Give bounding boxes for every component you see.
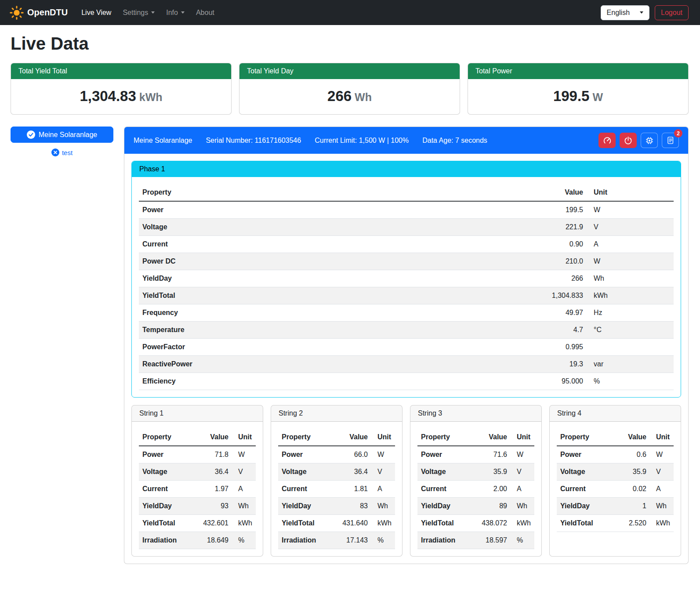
power-icon: [624, 136, 632, 145]
unit-cell: °C: [587, 322, 674, 339]
language-select[interactable]: English: [601, 5, 649, 20]
value-cell: 36.4: [197, 463, 232, 481]
logout-button[interactable]: Logout: [655, 5, 689, 20]
property-cell: Irradiation: [278, 532, 336, 549]
string-title: String 2: [271, 405, 402, 422]
table-row: Irradiation 18.649 %: [139, 532, 256, 549]
string-body: Property Value Unit Power: [550, 422, 681, 539]
value-cell: 17.143: [336, 532, 371, 549]
nav-settings[interactable]: Settings: [117, 5, 160, 20]
unit-cell: kWh: [511, 515, 534, 532]
string-body: Property Value Unit Power: [271, 422, 402, 556]
summary-value: 1,304.83: [80, 88, 136, 104]
string-table: Property Value Unit Power: [557, 429, 674, 532]
strings-row: String 1 Property Value Unit: [131, 405, 681, 557]
table-row: ReactivePower 19.3 var: [139, 356, 674, 373]
property-cell: YieldTotal: [557, 515, 615, 532]
brand[interactable]: OpenDTU: [10, 6, 68, 20]
property-cell: Current: [557, 481, 615, 498]
string-card-1: String 1 Property Value Unit: [131, 405, 263, 557]
table-row: Irradiation 17.143 %: [278, 532, 395, 549]
table-row: Voltage 36.4 V: [278, 463, 395, 481]
value-cell: 438.072: [475, 515, 511, 532]
summary-unit: W: [592, 91, 603, 103]
table-row: Irradiation 18.597 %: [417, 532, 534, 549]
inverter-card-header: Meine Solaranlage Serial Number: 1161716…: [124, 127, 688, 154]
summary-unit: Wh: [355, 91, 372, 103]
table-row: Power 71.6 W: [417, 446, 534, 463]
power-button[interactable]: [620, 133, 637, 148]
nav-about[interactable]: About: [190, 5, 220, 20]
value-cell: 35.9: [475, 463, 511, 481]
value-cell: 93: [197, 498, 232, 515]
value-cell: 36.4: [336, 463, 371, 481]
property-cell: YieldDay: [557, 498, 615, 515]
col-value: Value: [475, 429, 511, 446]
chevron-down-icon: [640, 11, 643, 14]
speedometer-icon: [603, 136, 612, 145]
inverter-item-test[interactable]: test: [11, 148, 113, 156]
summary-card-title: Total Power: [468, 63, 688, 79]
string-card-2: String 2 Property Value Unit: [271, 405, 403, 557]
unit-cell: W: [587, 201, 674, 219]
table-row: YieldTotal 2.520 kWh: [557, 515, 674, 532]
value-cell: 18.597: [475, 532, 511, 549]
inverter-card: Meine Solaranlage Serial Number: 1161716…: [124, 127, 689, 564]
nav-info[interactable]: Info: [160, 5, 190, 20]
value-cell: 0.995: [521, 339, 587, 356]
col-property: Property: [557, 429, 615, 446]
unit-cell: W: [232, 446, 256, 463]
property-cell: Efficiency: [139, 373, 521, 390]
event-log-button[interactable]: 2: [662, 133, 679, 148]
value-cell: 83: [336, 498, 371, 515]
table-row: Current 1.97 A: [139, 481, 256, 498]
device-info-button[interactable]: [641, 133, 658, 148]
table-row: Power DC 210.0 W: [139, 253, 674, 270]
inverter-select-button[interactable]: Meine Solaranlage: [11, 127, 113, 143]
col-property: Property: [139, 184, 521, 201]
property-cell: Power DC: [139, 253, 521, 270]
unit-cell: A: [511, 481, 534, 498]
unit-cell: V: [371, 463, 395, 481]
table-row: Power 71.8 W: [139, 446, 256, 463]
table-row: YieldTotal 432.601 kWh: [139, 515, 256, 532]
unit-cell: Wh: [587, 270, 674, 287]
value-cell: 1.81: [336, 481, 371, 498]
unit-cell: Hz: [587, 304, 674, 322]
col-value: Value: [615, 429, 650, 446]
language-value: English: [607, 9, 630, 17]
property-cell: Current: [139, 481, 197, 498]
brand-label: OpenDTU: [27, 7, 68, 18]
col-unit: Unit: [511, 429, 534, 446]
table-row: Power 0.6 W: [557, 446, 674, 463]
table-row: PowerFactor 0.995: [139, 339, 674, 356]
nav-live-view[interactable]: Live View: [76, 5, 117, 20]
property-cell: YieldTotal: [139, 515, 197, 532]
inverter-serial: Serial Number: 116171603546: [206, 137, 301, 145]
table-row: Voltage 35.9 V: [417, 463, 534, 481]
col-property: Property: [417, 429, 475, 446]
table-row: Current 2.00 A: [417, 481, 534, 498]
unit-cell: %: [232, 532, 256, 549]
unit-cell: W: [371, 446, 395, 463]
value-cell: 1,304.833: [521, 287, 587, 304]
summary-value: 199.5: [553, 88, 590, 104]
string-table: Property Value Unit Power: [278, 429, 395, 549]
table-header-row: Property Value Unit: [278, 429, 395, 446]
value-cell: 71.8: [197, 446, 232, 463]
col-property: Property: [139, 429, 197, 446]
property-cell: Voltage: [278, 463, 336, 481]
table-row: YieldTotal 1,304.833 kWh: [139, 287, 674, 304]
chevron-down-icon: [151, 11, 155, 14]
limit-settings-button[interactable]: [598, 133, 616, 148]
property-cell: Current: [139, 236, 521, 253]
journal-icon: [666, 136, 675, 145]
unit-cell: Wh: [232, 498, 256, 515]
col-unit: Unit: [587, 184, 674, 201]
unit-cell: A: [232, 481, 256, 498]
property-cell: Irradiation: [417, 532, 475, 549]
value-cell: 89: [475, 498, 511, 515]
string-card-4: String 4 Property Value Unit: [549, 405, 681, 557]
string-title: String 1: [132, 405, 263, 422]
table-row: Current 1.81 A: [278, 481, 395, 498]
